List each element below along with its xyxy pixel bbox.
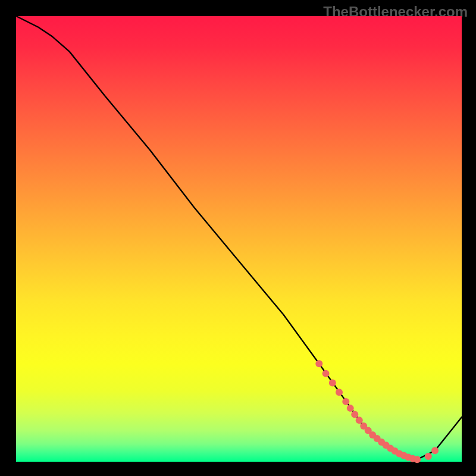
highlight-points [315, 360, 439, 463]
highlight-point [336, 389, 343, 396]
highlight-point [425, 453, 432, 460]
highlight-point [351, 411, 358, 418]
highlight-point [431, 447, 439, 454]
highlight-point [342, 398, 349, 405]
highlight-point [329, 379, 336, 386]
highlight-point [347, 405, 354, 412]
chart-svg [16, 16, 462, 462]
highlight-point [356, 416, 363, 424]
chart-stage: TheBottlenecker.com [0, 0, 476, 476]
bottleneck-curve [16, 16, 462, 459]
highlight-point [414, 456, 421, 463]
highlight-point [315, 360, 322, 367]
highlight-point [322, 370, 330, 377]
